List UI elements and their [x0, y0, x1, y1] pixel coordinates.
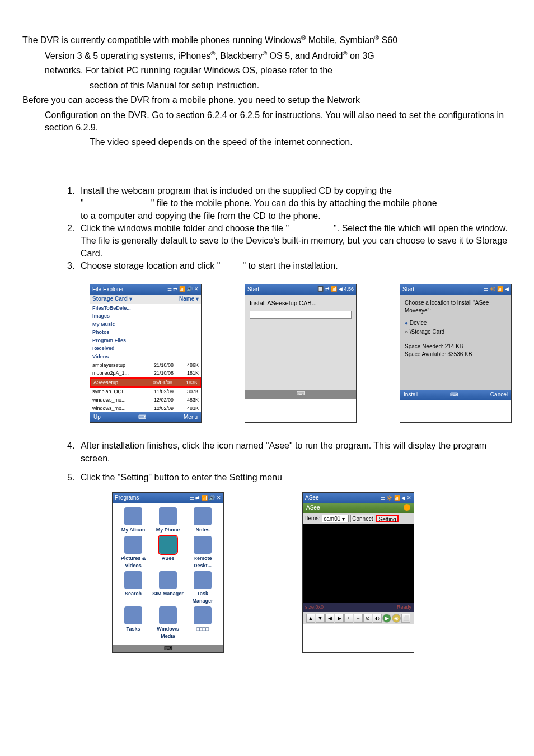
asee-tab-label[interactable]: ASee [306, 504, 320, 512]
camera-select[interactable]: cam01 ▾ [322, 515, 349, 522]
screenshots-row-1: File Explorer ☰ ⇄ 📶 🔊 ✕ Storage Card ▾ N… [90, 284, 512, 423]
size-label: size:0x0 [305, 604, 324, 611]
intro-p3: networks. For tablet PC running regular … [22, 64, 512, 77]
asee-title: ASee [305, 494, 318, 502]
ptz-up-button[interactable]: ▲ [306, 614, 315, 623]
fe-folder[interactable]: FilesToBeDele... [90, 304, 201, 312]
intro-p5: Before you can access the DVR from a mob… [22, 94, 512, 106]
intro-p1: The DVR is currently compatible with mob… [22, 34, 512, 47]
items-label: Items: [305, 515, 320, 522]
radio-device[interactable]: Device [405, 319, 507, 327]
install-button[interactable]: Install [404, 391, 418, 399]
prog-item[interactable]: Windows Media [152, 606, 184, 640]
fe-file[interactable]: mobileo2pA_1...21/10/08181K [90, 369, 201, 377]
fe-file[interactable]: windows_mo...12/02/09483K [90, 396, 201, 404]
intro-p4: section of this Manual for setup instruc… [22, 80, 512, 92]
fe-storage-dropdown[interactable]: Storage Card ▾ [92, 295, 132, 303]
install-location-screenshot: Start ☰ 🔅 📶 ◀ Choose a location to insta… [400, 284, 512, 423]
fe-up-button[interactable]: Up [93, 413, 101, 421]
step-4: 4. After installation finishes, click th… [22, 440, 512, 465]
prog-item[interactable]: Remote Deskt... [186, 536, 219, 569]
prog-title: Programs [115, 494, 139, 502]
step-3: 3. Choose storage location and click "" … [22, 260, 512, 272]
focus-button[interactable]: ⊙ [363, 614, 372, 623]
fe-folder[interactable]: Program Files [90, 337, 201, 345]
fe-menu-button[interactable]: Menu [184, 413, 198, 421]
zoom-in-button[interactable]: + [344, 614, 353, 623]
loc-title-icons: ☰ 🔅 📶 ◀ [484, 286, 509, 293]
connect-button[interactable]: Connect [350, 515, 374, 522]
fe-folder[interactable]: Videos [90, 353, 201, 361]
step-1: 1. Install the webcam program that is in… [22, 185, 512, 222]
fe-file[interactable]: windows_mo...12/02/09483K [90, 404, 201, 413]
ptz-down-button[interactable]: ▼ [316, 614, 325, 623]
fe-title: File Explorer [92, 286, 124, 293]
prog-title-icons: ☰ ⇄ 📶 🔊 ✕ [190, 494, 221, 502]
prog-item[interactable]: My Album [117, 507, 149, 534]
zoom-out-button[interactable]: − [354, 614, 363, 623]
keyboard-icon[interactable]: ⌨ [450, 391, 458, 399]
inst-title: Start [247, 286, 259, 293]
prog-item[interactable]: SIM Manager [152, 571, 184, 604]
prog-item-asee[interactable]: ASee [152, 536, 184, 569]
loc-title: Start [402, 286, 414, 293]
fe-title-icons: ☰ ⇄ 📶 🔊 ✕ [167, 286, 199, 293]
keyboard-icon[interactable]: ⌨ [113, 645, 223, 652]
keyboard-icon[interactable]: ⌨ [138, 413, 146, 421]
radio-storage-card[interactable]: \Storage Card [405, 328, 507, 336]
cancel-button[interactable]: Cancel [490, 391, 508, 399]
prog-item[interactable]: Tasks [117, 606, 149, 640]
step-5: 5. Click the "Setting" button to enter t… [22, 472, 512, 484]
intro-p7: The video speed depends on the speed of … [22, 136, 512, 148]
screenshots-row-2: Programs ☰ ⇄ 📶 🔊 ✕ My Album My Phone Not… [112, 492, 512, 652]
install-text: Install ASeesetup.CAB... [250, 299, 352, 307]
intro-p2: Version 3 & 5 operating systems, iPhones… [22, 49, 512, 63]
loc-prompt: Choose a location to install "ASee Movee… [405, 299, 507, 315]
fe-folder[interactable]: My Music [90, 320, 201, 329]
ptz-right-button[interactable]: ▶ [335, 614, 344, 623]
install-screenshot: Start 🔲 ⇄ 📶 ◀ 4:56 Install ASeesetup.CAB… [245, 284, 357, 423]
fe-name-col[interactable]: Name ▾ [179, 295, 199, 303]
step-2: 2. Click the windows mobile folder and c… [22, 222, 512, 260]
setting-button[interactable]: Setting [376, 515, 398, 522]
iris-button[interactable]: ◐ [373, 614, 382, 623]
fe-folder[interactable]: Received [90, 344, 201, 353]
programs-screenshot: Programs ☰ ⇄ 📶 🔊 ✕ My Album My Phone Not… [112, 492, 224, 652]
ptz-left-button[interactable]: ◀ [325, 614, 334, 623]
prog-item[interactable]: Pictures & Videos [117, 536, 149, 569]
record-indicator-icon [404, 504, 410, 511]
intro-p6: Configuration on the DVR. Go to section … [22, 109, 512, 134]
prog-item[interactable]: Task Manager [186, 571, 219, 604]
asee-title-icons: ☰ 🔅 📶 ◀ ✕ [381, 494, 411, 502]
prog-item[interactable]: Search [117, 571, 149, 604]
fe-folder[interactable]: Images [90, 312, 201, 320]
fullscreen-button[interactable]: ⬜ [401, 614, 410, 623]
asee-screenshot: ASee ☰ 🔅 📶 ◀ ✕ ASee Items: cam01 ▾ Conne… [302, 492, 414, 652]
space-needed: Space Needed: 214 KB [405, 343, 507, 351]
fe-file[interactable]: amplayersetup21/10/08486K [90, 361, 201, 370]
space-available: Space Available: 33536 KB [405, 351, 507, 358]
inst-title-icons: 🔲 ⇄ 📶 ◀ 4:56 [317, 286, 354, 293]
video-view [303, 524, 414, 603]
fe-file[interactable]: symbian_QQE...11/02/09307K [90, 388, 201, 396]
prog-item[interactable]: My Phone [152, 507, 184, 534]
progress-bar [250, 311, 352, 319]
prog-item[interactable]: □□□□ [186, 606, 219, 640]
keyboard-icon[interactable]: ⌨ [245, 390, 356, 399]
fe-file-aseesetup[interactable]: ASeesetup05/01/08183K [90, 377, 201, 388]
snapshot-button[interactable]: ◉ [392, 614, 401, 623]
fe-folder[interactable]: Photos [90, 328, 201, 337]
prog-item[interactable]: Notes [186, 507, 219, 534]
ready-label: Ready [397, 604, 411, 611]
play-button[interactable]: ▶ [382, 614, 391, 623]
file-explorer-screenshot: File Explorer ☰ ⇄ 📶 🔊 ✕ Storage Card ▾ N… [90, 284, 202, 423]
